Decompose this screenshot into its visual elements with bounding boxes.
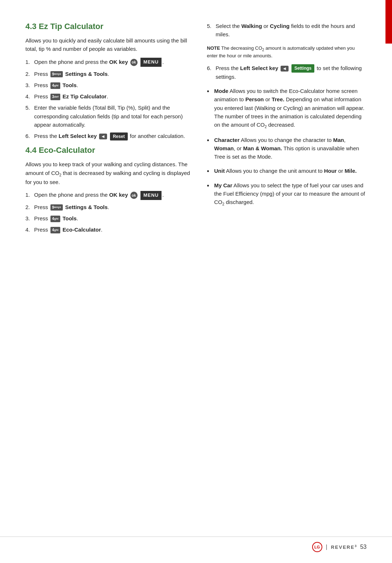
left-select-key-label-1: Left Select key — [59, 133, 97, 139]
page-container: 4.3 Ez Tip Calculator Allows you to quic… — [0, 0, 392, 563]
person-label: Person — [245, 96, 264, 102]
two-column-layout: 4.3 Ez Tip Calculator Allows you to quic… — [25, 22, 367, 239]
eco-step-num-4: 4. — [25, 225, 30, 234]
right-step-6: 6. Press the Left Select key Settings to… — [207, 64, 367, 81]
eco-step-2-badge: 9wxyz — [50, 204, 63, 211]
note-text: The decreasing CO2 amount is automatical… — [207, 45, 355, 59]
page-number: 53 — [360, 544, 367, 550]
eco-step-1-text: Open the phone and press the OK key ok M… — [34, 192, 164, 198]
step-3-text: Tools — [62, 82, 77, 88]
note-block: NOTE The decreasing CO2 amount is automa… — [207, 45, 367, 60]
lg-logo: LG — [312, 542, 322, 552]
ok-key-label: OK key — [109, 59, 128, 65]
step-2: 2. Press 9wxyz Settings & Tools. — [25, 70, 192, 78]
eco-menu-badge: MENU — [140, 191, 162, 200]
mycar-label: My Car — [214, 182, 232, 188]
right-steps-bottom: 6. Press the Left Select key Settings to… — [207, 64, 367, 81]
step-6-text: Press the Left Select key Reset for anot… — [34, 133, 185, 139]
eco-step-4-badge: 4ghi — [50, 227, 61, 233]
hour-label: Hour — [324, 168, 337, 174]
left-select-icon-2 — [281, 66, 289, 72]
section-4-3-steps: 1. Open the phone and press the OK key o… — [25, 58, 192, 141]
bullet-unit: Unit Allows you to change the unit amoun… — [207, 167, 367, 175]
step-1: 1. Open the phone and press the OK key o… — [25, 58, 192, 67]
bullet-mycar: My Car Allows you to select the type of … — [207, 181, 367, 207]
footer-separator: | — [326, 544, 327, 550]
eco-step-num-1: 1. — [25, 191, 30, 199]
section-title-4-3: 4.3 Ez Tip Calculator — [25, 22, 192, 31]
step-2-badge: 9wxyz — [50, 71, 63, 78]
step-num-5: 5. — [25, 103, 30, 112]
right-step-5: 5. Select the Walking or Cycling fields … — [207, 22, 367, 39]
step-6: 6. Press the Left Select key Reset for a… — [25, 132, 192, 140]
reset-badge: Reset — [110, 132, 128, 141]
eco-step-num-3: 3. — [25, 214, 30, 223]
tree-label: Tree. — [271, 96, 284, 102]
menu-badge: MENU — [140, 58, 162, 66]
eco-step-2: 2. Press 9wxyz Settings & Tools. — [25, 203, 192, 211]
eco-step-4-text: Eco-Calculator — [62, 227, 101, 233]
woman-label: Woman — [214, 145, 234, 151]
settings-bullet-list: Mode Allows you to switch the Eco-Calcul… — [207, 87, 367, 207]
step-4: 4. Press 3def Ez Tip Calculator. — [25, 92, 192, 101]
step-5-text: Enter the variable fields (Total Bill, T… — [34, 105, 183, 128]
right-steps-top: 5. Select the Walking or Cycling fields … — [207, 22, 367, 39]
eco-step-num-2: 2. — [25, 203, 30, 211]
eco-ok-badge: ok — [130, 192, 138, 199]
note-label: NOTE — [207, 45, 220, 51]
lg-circle-icon: LG — [312, 542, 322, 552]
right-step-num-5: 5. — [207, 22, 212, 30]
mile-label: Mile. — [344, 168, 356, 174]
left-column: 4.3 Ez Tip Calculator Allows you to quic… — [25, 22, 192, 239]
eco-ok-key-label: OK key — [109, 192, 128, 198]
section-4-4-steps: 1. Open the phone and press the OK key o… — [25, 191, 192, 234]
page-footer: LG | REVERE3 53 — [0, 537, 392, 552]
revere-brand: REVERE3 — [331, 544, 356, 550]
unit-label: Unit — [214, 168, 225, 174]
step-1-text: Open the phone and press the OK key ok M… — [34, 59, 164, 65]
mode-label: Mode — [214, 88, 228, 94]
step-3-badge: 4ghi — [50, 82, 61, 89]
left-select-key-label-2: Left Select key — [240, 65, 278, 71]
step-num-4: 4. — [25, 92, 30, 101]
man-woman-label: Man & Woman. — [243, 145, 282, 151]
section-4-3-description: Allows you to quickly and easily calcula… — [25, 36, 192, 53]
section-title-4-4: 4.4 Eco-Calculator — [25, 146, 192, 155]
right-step-6-text: Press the Left Select key Settings to se… — [216, 65, 362, 80]
step-num-2: 2. — [25, 70, 30, 78]
red-bar-decoration — [385, 0, 392, 44]
step-2-text: Settings & Tools — [65, 71, 107, 77]
walking-label: Walking — [241, 23, 262, 29]
eco-step-1: 1. Open the phone and press the OK key o… — [25, 191, 192, 200]
eco-step-4: 4. Press 4ghi Eco-Calculator. — [25, 225, 192, 234]
step-3: 3. Press 4ghi Tools. — [25, 81, 192, 89]
eco-step-3: 3. Press 4ghi Tools. — [25, 214, 192, 223]
right-column: 5. Select the Walking or Cycling fields … — [207, 22, 367, 239]
eco-step-3-badge: 4ghi — [50, 216, 61, 222]
character-label: Character — [214, 137, 240, 143]
step-5: 5. Enter the variable fields (Total Bill… — [25, 103, 192, 129]
footer-content: LG | REVERE3 53 — [312, 542, 367, 552]
step-num-1: 1. — [25, 58, 30, 66]
section-4-4-description: Allows you to keep track of your walking… — [25, 160, 192, 186]
bullet-mode: Mode Allows you to switch the Eco-Calcul… — [207, 87, 367, 130]
eco-step-2-text: Settings & Tools — [65, 204, 107, 210]
man-label: Man — [333, 137, 344, 143]
step-num-3: 3. — [25, 81, 30, 89]
step-4-text: Ez Tip Calculator — [62, 93, 106, 99]
cycling-label: Cycling — [270, 23, 290, 29]
settings-badge: Settings — [291, 64, 314, 73]
right-step-num-6: 6. — [207, 64, 212, 72]
left-select-icon-1 — [99, 134, 107, 139]
right-step-5-text: Select the Walking or Cycling fields to … — [216, 23, 355, 37]
bullet-character: Character Allows you to change the chara… — [207, 136, 367, 161]
ok-badge: ok — [130, 59, 138, 66]
eco-step-3-text: Tools — [62, 215, 77, 221]
step-num-6: 6. — [25, 132, 30, 140]
step-4-badge: 3def — [50, 94, 61, 100]
